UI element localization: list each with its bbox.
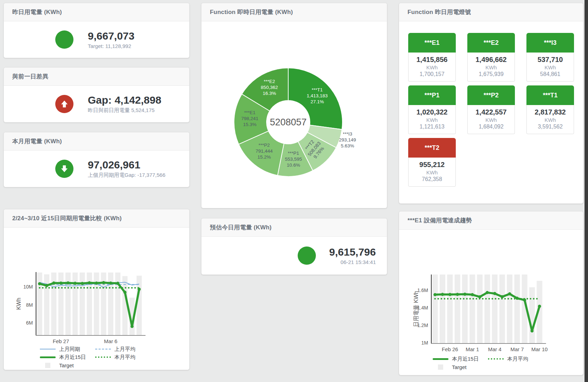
target-bar: [514, 275, 520, 343]
status-tile: ***T12,817,832KWh3,591,562: [526, 85, 574, 134]
target-bar: [500, 275, 505, 343]
status-tile: ***I3537,710KWh584,861: [526, 33, 574, 82]
series-point: [471, 293, 474, 296]
tile-body: 1,020,322KWh1,121,613: [408, 105, 456, 134]
series-point: [81, 282, 84, 285]
tile-label: ***E1: [408, 33, 456, 53]
tile-target-value: 3,591,562: [527, 124, 574, 130]
card-title: 本月用電量 (KWh): [4, 132, 189, 151]
card-title: ***E1 設備用電達成趨勢: [399, 211, 583, 230]
y-tick-label: 1M: [421, 340, 428, 346]
y-tick-label: 6M: [26, 320, 33, 326]
month-usage-gap: 上個月同期用電Gap: -17,377,566: [88, 172, 165, 179]
status-tile: ***T2955,212KWh762,358: [408, 138, 456, 187]
y-tick-label: 8M: [26, 302, 33, 308]
tile-value: 955,212: [409, 161, 455, 169]
legend-swatch-icon: [433, 358, 448, 360]
tile-target-value: 1,700,157: [409, 71, 455, 77]
tile-body: 537,710KWh584,861: [526, 53, 574, 82]
estimate-value: 9,615,796: [329, 246, 376, 258]
tile-target-value: 762,358: [409, 176, 455, 182]
card-title: 昨日用電量 (KWh): [4, 3, 189, 21]
target-bar: [484, 275, 490, 343]
target-bar: [440, 275, 445, 343]
tile-unit: KWh: [527, 117, 574, 123]
card-title: Function 即時日用電量 (KWh): [201, 3, 387, 21]
series-point: [116, 282, 119, 285]
series-point: [508, 292, 511, 296]
donut-center-total: 5208057: [270, 117, 306, 127]
legend-item[interactable]: 本月平均: [95, 353, 135, 361]
legend-label: 本月近15日: [452, 356, 479, 362]
x-tick-label: Mar 4: [488, 346, 501, 352]
yesterday-usage-target: Target: 11,128,992: [88, 43, 134, 49]
series-point: [102, 281, 105, 284]
series-point: [486, 291, 489, 294]
target-bar: [507, 275, 512, 343]
card-yesterday-lights: Function 昨日用電燈號 ***E11,415,856KWh1,700,1…: [399, 3, 583, 204]
tile-target-value: 1,121,613: [409, 124, 455, 130]
target-bar: [529, 287, 535, 343]
tile-label: ***I3: [526, 33, 574, 53]
tile-value: 2,817,832: [527, 108, 574, 116]
target-bar: [492, 275, 497, 343]
donut-slice-label: ***I3293,1495.63%: [339, 131, 356, 148]
series-point: [95, 282, 98, 285]
series-point: [88, 281, 91, 284]
series-point: [478, 295, 481, 298]
target-bar: [37, 272, 42, 335]
tile-body: 1,422,557KWh1,684,092: [467, 105, 515, 134]
series-point: [433, 293, 437, 296]
legend-label: 本月近15日: [59, 354, 86, 361]
tile-label: ***T1: [526, 85, 574, 105]
trend-chart: 1M1.2M1.4M1.6MFeb 26Mar 1Mar 4Mar 7Mar 1…: [399, 230, 583, 353]
tile-target-value: 1,684,092: [468, 124, 515, 130]
x-tick-label: Mar 7: [510, 346, 524, 352]
series-point: [538, 305, 541, 308]
status-tile: ***E21,496,662KWh1,675,939: [467, 33, 515, 82]
x-tick-label: Mar 10: [531, 346, 548, 352]
tile-value: 1,496,662: [468, 56, 515, 64]
series-point: [38, 282, 41, 285]
legend-swatch-icon: [40, 356, 56, 358]
status-tile: ***P21,422,557KWh1,684,092: [467, 85, 515, 134]
yesterday-usage-value: 9,667,073: [88, 30, 134, 42]
card-title: 預估今日用電量 (KWh): [201, 218, 387, 237]
card-yesterday-usage: 昨日用電量 (KWh) 9,667,073 Target: 11,128,992: [3, 3, 190, 58]
gap-subtext: 昨日與前日用電量 5,524,175: [88, 107, 161, 114]
series-point: [448, 293, 452, 296]
series-point: [73, 282, 77, 285]
estimate-timestamp: 06-21 15:34:41: [329, 259, 376, 265]
series-point: [66, 282, 70, 285]
comparison-chart: 6M8M10MFeb 27Mar 6KWh: [4, 228, 189, 345]
series-point: [441, 293, 444, 296]
status-circle-green-icon: [298, 246, 316, 265]
legend-item[interactable]: Target: [40, 361, 95, 369]
legend-label: 本月平均: [114, 354, 135, 361]
legend-label: 上月平均: [114, 346, 135, 353]
y-axis-label: KWh: [16, 298, 22, 310]
series-point: [45, 284, 48, 287]
legend-swatch-icon: [438, 364, 443, 370]
legend-item[interactable]: 本月近15日: [40, 353, 95, 361]
tile-unit: KWh: [468, 64, 515, 70]
tile-unit: KWh: [409, 169, 455, 175]
legend-item[interactable]: 上月同期: [40, 345, 95, 353]
tile-value: 1,422,557: [468, 108, 515, 116]
scrollbar[interactable]: [585, 0, 588, 382]
legend-item[interactable]: 上月平均: [95, 345, 135, 353]
tile-label: ***P1: [408, 85, 456, 105]
tile-value: 1,020,322: [409, 108, 455, 116]
trend-chart-legend: 本月近15日本月平均Target: [433, 355, 528, 371]
card-title: 與前一日差異: [4, 68, 189, 86]
tile-body: 1,415,856KWh1,700,157: [408, 53, 456, 82]
tile-unit: KWh: [527, 64, 574, 70]
series-point: [52, 282, 55, 285]
legend-item[interactable]: 本月平均: [488, 355, 528, 363]
series-point: [501, 295, 504, 298]
series-point: [493, 292, 496, 295]
legend-item[interactable]: Target: [433, 363, 488, 371]
tile-label: ***P2: [467, 85, 515, 105]
legend-item[interactable]: 本月近15日: [433, 355, 488, 363]
donut-chart: ***T11,413,18327.1%***I3293,1495.63%***T…: [201, 21, 387, 208]
